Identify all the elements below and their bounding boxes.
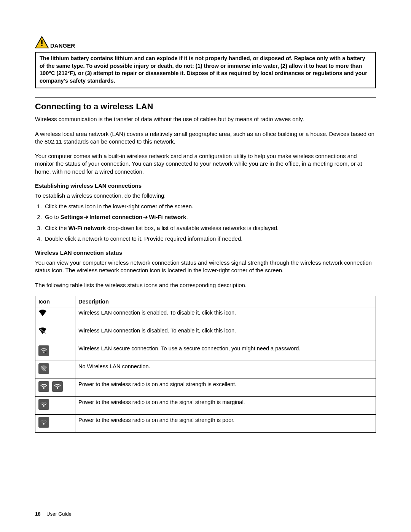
page: DANGER The lithium battery contains lith… [0,0,411,532]
table-header-row: Icon Description [35,296,376,307]
step-1: Click the status icon in the lower-right… [43,203,376,210]
step2-wifi: Wi-Fi network [149,214,186,220]
paragraph: Your computer comes with a built-in wire… [35,152,376,176]
wifi-secure-icon [35,343,75,361]
svg-point-10 [43,405,45,407]
page-footer: 18 User Guide [35,511,72,517]
wifi-icon-table: Icon Description Wireless LAN connection… [35,296,376,433]
wifi-excellent-icon [35,379,75,396]
wifi-none-icon [35,361,75,379]
table-row: Power to the wireless radio is on and th… [35,396,376,414]
cell-desc: Power to the wireless radio is on and th… [75,396,376,414]
svg-point-8 [43,387,45,389]
cell-desc: Wireless LAN connection is enabled. To d… [75,307,376,325]
cell-desc: No Wireless LAN connection. [75,361,376,379]
paragraph: The following table lists the wireless s… [35,281,376,289]
th-desc: Description [75,296,376,307]
steps-list: Click the status icon in the lower-right… [43,203,376,243]
section-divider [35,97,376,98]
table-row: Power to the wireless radio is on and si… [35,379,376,396]
paragraph: Wireless communication is the transfer o… [35,115,376,123]
svg-rect-6 [45,351,46,353]
cell-desc: Power to the wireless radio is on and si… [75,379,376,396]
warning-icon [35,36,50,50]
th-icon: Icon [35,296,75,307]
step3-wifi: Wi-Fi network [68,225,106,231]
step2-prefix: Go to [45,214,61,220]
danger-box: The lithium battery contains lithium and… [35,52,376,88]
establish-intro: To establish a wireless connection, do t… [35,192,376,200]
page-number: 18 [35,511,40,517]
step3-suffix: drop-down list box, a list of available … [106,225,279,231]
paragraph: You can view your computer wireless netw… [35,259,376,275]
wifi-poor-icon [35,414,75,432]
section-title: Connecting to a wireless LAN [35,102,376,112]
table-row: Wireless LAN connection is enabled. To d… [35,307,376,325]
wifi-enabled-icon [35,307,75,325]
status-heading: Wireless LAN connection status [35,249,376,256]
svg-point-5 [43,351,45,353]
danger-header: DANGER [35,36,376,50]
step2-internet: Internet connection [89,214,142,220]
footer-title: User Guide [46,511,72,517]
arrow-icon: ➜ [142,214,149,220]
svg-point-11 [43,423,45,425]
svg-point-9 [57,387,58,389]
establish-heading: Establishing wireless LAN connections [35,182,376,189]
step2-settings: Settings [61,214,83,220]
svg-rect-2 [41,45,42,46]
cell-desc: Wireless LAN secure connection. To use a… [75,343,376,361]
wifi-disabled-icon [35,325,75,343]
table-row: No Wireless LAN connection. [35,361,376,379]
cell-desc: Wireless LAN connection is disabled. To … [75,325,376,343]
wifi-marginal-icon [35,396,75,414]
table-row: Wireless LAN connection is disabled. To … [35,325,376,343]
table-row: Power to the wireless radio is on and th… [35,414,376,432]
table-row: Wireless LAN secure connection. To use a… [35,343,376,361]
svg-rect-1 [41,40,42,44]
step-2: Go to Settings➜Internet connection➜Wi-Fi… [43,213,376,221]
danger-label: DANGER [50,42,75,50]
step3-prefix: Click the [45,225,68,231]
step-3: Click the Wi-Fi network drop-down list b… [43,224,376,232]
paragraph: A wireless local area network (LAN) cove… [35,130,376,146]
cell-desc: Power to the wireless radio is on and th… [75,414,376,432]
step-4: Double-click a network to connect to it.… [43,235,376,243]
arrow-icon: ➜ [83,214,89,220]
